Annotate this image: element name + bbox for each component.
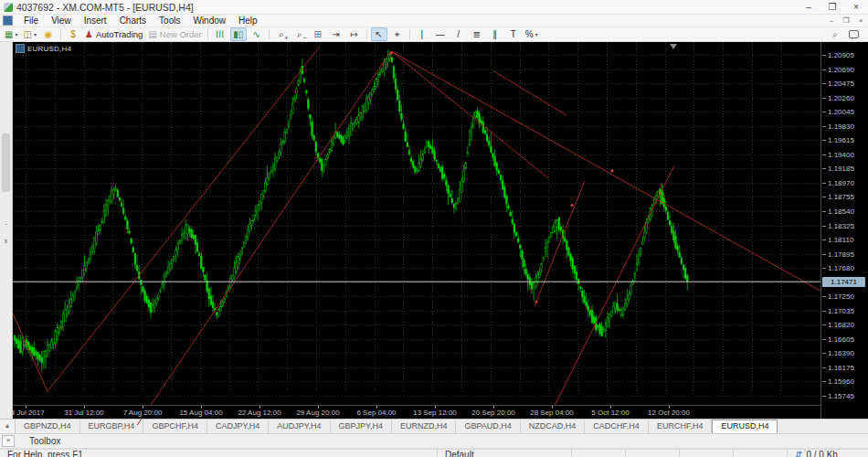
child-minimize-button[interactable]: – [824,16,839,27]
channel-icon: ∥ [492,29,497,39]
deposit-button[interactable]: ◉ [40,27,57,41]
maximize-button[interactable]: ❐ [820,0,844,14]
new-chart-button[interactable]: ▦▾ [3,27,19,41]
chevron-down-icon[interactable]: ▾ [34,31,37,37]
chart-shift-button[interactable]: ↦ [346,27,363,41]
trendline-button[interactable]: / [450,27,467,41]
bars-button[interactable]: ☰ [212,27,228,41]
vertical-line-button[interactable]: | [414,27,430,41]
chart-shift-marker[interactable] [670,44,677,49]
grid [12,42,820,397]
menu-item-help[interactable]: Help [232,15,264,27]
autotrading-button[interactable]: ♟AutoTrading [83,27,144,41]
dock-collapse-icon[interactable]: ˇ [1,223,11,229]
menu-item-file[interactable]: File [17,15,45,27]
chat-button[interactable] [845,27,862,41]
dock-close-icon[interactable]: x [1,238,11,244]
trendline[interactable] [535,181,585,306]
toolbar-groups: ▦▾◫▾◉$♟AutoTrading▤New Order☰▮▯∿⌕+⌕−⊞⇥↦↖… [2,27,541,41]
menu-item-window[interactable]: Window [186,15,232,27]
child-restore-button[interactable]: ❐ [839,16,853,27]
symbol-tab-eurchf[interactable]: EURCHF,H4 [649,420,713,433]
menu-item-insert[interactable]: Insert [78,15,113,27]
trendline-anchor-dot[interactable] [610,169,613,172]
left-dock-strip: ˇ x [0,42,13,419]
chart-shift-icon: ↦ [351,29,358,39]
status-cell-empty [571,450,625,457]
menu-item-charts[interactable]: Charts [113,15,153,27]
zoom-in-button[interactable]: ⌕+ [273,27,290,41]
child-close-button[interactable]: × [853,16,868,27]
toolbox-label[interactable]: Toolbox [29,436,60,446]
trendline[interactable] [553,165,674,409]
time-tick-label: 7 Aug 20:00 [123,409,163,417]
trendline[interactable] [137,51,391,425]
chart-canvas[interactable]: EURUSD,H4 24 Jul 201731 Jul 12:007 Aug 2… [12,42,820,419]
price-tick-label: 1.16390 [828,349,854,357]
price-tick-label: 1.17250 [828,292,854,301]
auto-scroll-button[interactable]: ⇥ [328,27,344,41]
chart-window-icon[interactable] [3,16,13,26]
symbol-tab-gbpaud[interactable]: GBPAUD,H4 [456,420,520,433]
cursor-button[interactable]: ↖ [371,27,387,41]
symbol-tab-eurusd[interactable]: EURUSD,H4 [712,420,778,434]
price-tick-label: 1.19830 [828,122,854,131]
auto-scroll-icon: ⇥ [333,29,340,39]
minimize-button[interactable]: – [797,0,820,14]
toolbox-close-icon[interactable]: × [2,435,15,447]
tile-windows-icon: ⊞ [314,29,322,39]
trendline-anchor-dot[interactable] [535,300,537,303]
symbol-tab-gbpjpy[interactable]: GBPJPY,H4 [331,420,392,433]
new-order-icon: ▤ [148,29,156,39]
trendline[interactable] [391,51,831,297]
tile-windows-button[interactable]: ⊞ [310,27,326,41]
symbol-tab-cadchf[interactable]: CADCHF,H4 [585,420,649,433]
trendline-anchor-dot[interactable] [389,52,392,55]
window-title: 4037692 - XM.COM-MT5 - [EURUSD,H4] [16,2,194,13]
status-profile[interactable]: Default [437,450,571,457]
menu-item-tools[interactable]: Tools [153,15,186,27]
search-button[interactable]: ⌕ [827,27,843,41]
cursor-icon: ↖ [376,29,383,39]
line-chart-button[interactable]: ∿ [249,27,265,41]
close-button[interactable]: × [844,0,868,14]
trendline-anchor-dot[interactable] [570,204,573,207]
text-label-button[interactable]: T [505,27,522,41]
funds-button[interactable]: $ [65,27,81,41]
price-tick-label: 1.19615 [828,136,854,144]
symbol-tab-eurgbp[interactable]: EURGBP,H4 [80,420,144,433]
new-order-button[interactable]: ▤New Order [146,27,203,41]
candlestick-chart[interactable] [12,42,820,406]
shapes-button[interactable]: %▾ [524,27,540,41]
dock-scrollbar-thumb[interactable] [2,133,10,192]
chevron-down-icon[interactable]: ▾ [15,31,17,37]
symbol-tab-gbpnzd[interactable]: GBPNZD,H4 [16,420,80,433]
price-tick-label: 1.18325 [828,222,854,230]
symbol-tab-gbpchf[interactable]: GBPCHF,H4 [143,420,207,433]
trendline[interactable] [48,47,320,391]
title-bar: 4037692 - XM.COM-MT5 - [EURUSD,H4] – ❐ × [0,0,868,15]
crosshair-button[interactable]: ⌖ [389,27,406,41]
fibonacci-button[interactable]: ≣ [469,27,485,41]
horizontal-line-button[interactable]: — [432,27,449,41]
channel-button[interactable]: ∥ [487,27,503,41]
price-tick-label: 1.16175 [828,364,854,372]
time-axis[interactable]: 24 Jul 201731 Jul 12:007 Aug 20:0015 Aug… [12,405,820,419]
symbol-tab-audjpy[interactable]: AUDJPY,H4 [269,420,330,433]
tab-list-button[interactable]: ▴ [0,420,16,433]
symbol-tab-eurnzd[interactable]: EURNZD,H4 [392,420,457,433]
chevron-down-icon[interactable]: ▾ [535,31,538,37]
menu-item-view[interactable]: View [45,15,78,27]
symbol-tab-cadjpy[interactable]: CADJPY,H4 [207,420,269,433]
price-tick-label: 1.15745 [828,392,854,400]
trendline[interactable] [493,71,566,115]
zoom-out-button[interactable]: ⌕− [291,27,308,41]
price-tick-label: 1.18755 [828,193,854,201]
candlesticks-button[interactable]: ▮▯ [230,27,247,41]
profiles-button[interactable]: ◫▾ [21,27,37,41]
toolbar: ▦▾◫▾◉$♟AutoTrading▤New Order☰▮▯∿⌕+⌕−⊞⇥↦↖… [0,27,868,42]
time-tick-label: 29 Aug 20:00 [296,409,339,417]
symbol-tab-nzdcad[interactable]: NZDCAD,H4 [521,420,586,433]
price-axis[interactable]: 1.209051.206901.204751.202601.200451.198… [820,42,868,419]
time-tick-label: 6 Sep 04:00 [356,409,396,417]
